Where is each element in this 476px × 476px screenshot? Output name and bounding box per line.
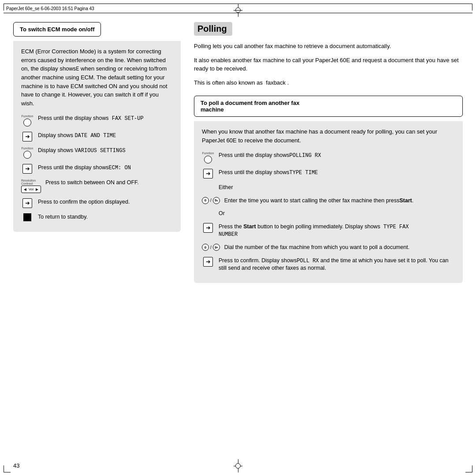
reg-mark-br xyxy=(465,465,472,472)
main-content: To switch ECM mode on/off ECM (Error Cor… xyxy=(13,22,463,454)
poll-function-icon-1: Function xyxy=(202,152,214,164)
poll-either-text: Either xyxy=(219,183,455,192)
poll-step-5-text: Dial the number of the fax machine from … xyxy=(224,243,455,252)
enter-button-icon-3 xyxy=(21,198,33,208)
poll-dual-09-icon-1: 0 / 9s xyxy=(202,197,220,204)
poll-step-1-text: Press until the display showsPOLLING RX xyxy=(219,151,455,160)
poll-dual-09-icon-2: 0 / 9s xyxy=(202,244,220,251)
ecm-steps-list: Function Press until the display shows F… xyxy=(21,114,173,221)
poll-or-text: Or xyxy=(219,209,455,218)
ecm-step-6: Press to confirm the option displayed. xyxy=(21,197,173,208)
polling-para2: It also enables another fax machine to c… xyxy=(194,56,463,73)
poll-step-6-text: Press to confirm. Display showsPOLL RX a… xyxy=(219,256,455,272)
ecm-step-5-text: Press to switch between ON and OFF. xyxy=(45,178,173,187)
ecm-step-3-text: Display shows VARIOUS SETTINGS xyxy=(38,146,173,155)
ecm-step-7: To return to standby. xyxy=(21,212,173,221)
poll-section-title: To poll a document from another faxmachi… xyxy=(201,100,299,113)
poll-step-5: 0 / 9s Dial the number of the fax machin… xyxy=(202,243,455,252)
ecm-step-1-text: Press until the display shows FAX SET-UP xyxy=(38,114,173,123)
ecm-step-4: Press until the display showsECM: ON xyxy=(21,163,173,174)
poll-steps-list: Function Press until the display showsPO… xyxy=(202,151,455,272)
poll-enter-icon-3 xyxy=(202,257,214,267)
function-button-icon-1: Function xyxy=(21,115,33,126)
page-number: 43 xyxy=(13,462,19,469)
reg-mark-bl xyxy=(4,465,11,472)
ecm-step-4-text: Press until the display showsECM: ON xyxy=(38,163,173,172)
crosshair-bottom xyxy=(234,459,242,472)
ecm-section-title: To switch ECM mode on/off xyxy=(20,26,94,33)
enter-button-icon-1 xyxy=(21,132,33,141)
poll-step-4: Press the Start button to begin polling … xyxy=(202,222,455,239)
ecm-step-2-text: Display shows DATE AND TIME xyxy=(38,131,173,140)
poll-step-3-text: Enter the time you want to start calling… xyxy=(224,196,455,205)
function-button-icon-2: Function xyxy=(21,147,33,159)
header-text: PaperJet 60e_se 6-06-2003 16:51 Pagina 4… xyxy=(6,6,94,11)
header-bar: PaperJet 60e_se 6-06-2003 16:51 Pagina 4… xyxy=(4,4,472,13)
poll-step-6: Press to confirm. Display showsPOLL RX a… xyxy=(202,256,455,272)
poll-step-2-text: Press until the display showsTYPE TIME xyxy=(219,168,455,177)
ecm-intro-text: ECM (Error Correction Mode) is a system … xyxy=(21,47,173,108)
poll-step-4-text: Press the Start button to begin polling … xyxy=(219,222,455,239)
ecm-instruction-area: ECM (Error Correction Mode) is a system … xyxy=(13,41,181,232)
ecm-step-1: Function Press until the display shows F… xyxy=(21,114,173,126)
stop-button-icon xyxy=(21,213,33,221)
poll-section-box: To poll a document from another faxmachi… xyxy=(194,96,463,117)
poll-step-either: Either xyxy=(202,183,455,192)
ecm-step-2: Display shows DATE AND TIME xyxy=(21,131,173,141)
polling-title: Polling xyxy=(194,22,232,36)
right-column: Polling Polling lets you call another fa… xyxy=(194,22,463,454)
ecm-step-5: Resolution Contrast ◄ Vol ► Press to swi… xyxy=(21,178,173,193)
ecm-section-box: To switch ECM mode on/off xyxy=(13,22,101,37)
polling-para3: This is often also known as faxback . xyxy=(194,78,463,87)
ecm-step-3: Function Display shows VARIOUS SETTINGS xyxy=(21,146,173,159)
poll-step-3: 0 / 9s Enter the time you want to start … xyxy=(202,196,455,205)
nav-arrows-icon: Resolution Contrast ◄ Vol ► xyxy=(21,179,41,193)
left-column: To switch ECM mode on/off ECM (Error Cor… xyxy=(13,22,181,454)
poll-intro-text: When you know that another fax machine h… xyxy=(202,127,455,145)
poll-step-2: Press until the display showsTYPE TIME xyxy=(202,168,455,178)
polling-para1: Polling lets you call another fax machin… xyxy=(194,42,463,51)
poll-enter-icon-1 xyxy=(202,169,214,178)
poll-step-or: Or xyxy=(202,209,455,218)
enter-button-icon-2 xyxy=(21,164,33,174)
ecm-step-7-text: To return to standby. xyxy=(38,212,173,221)
poll-step-1: Function Press until the display showsPO… xyxy=(202,151,455,164)
ecm-step-6-text: Press to confirm the option displayed. xyxy=(38,197,173,206)
poll-enter-icon-2 xyxy=(202,223,214,233)
poll-instruction-area: When you know that another fax machine h… xyxy=(194,121,463,283)
